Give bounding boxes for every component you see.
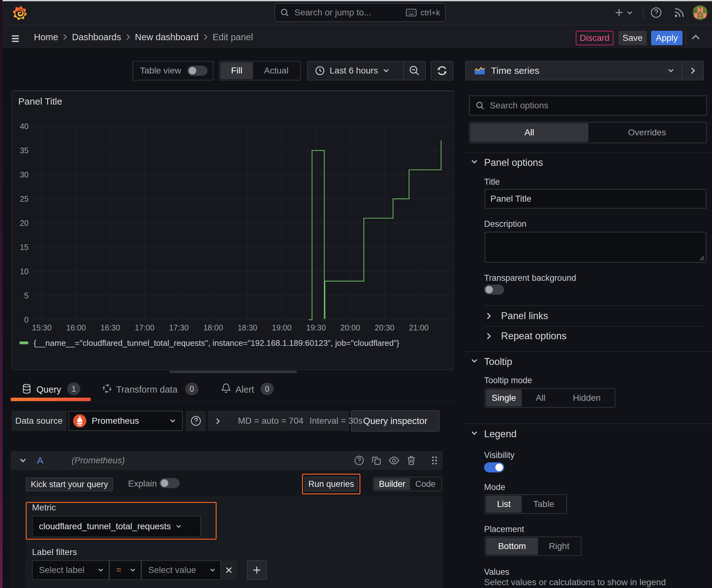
svg-text:20: 20 (20, 218, 28, 227)
svg-text:18:00: 18:00 (203, 323, 223, 332)
svg-text:35: 35 (20, 146, 28, 155)
svg-text:21:00: 21:00 (409, 323, 429, 332)
svg-text:15:30: 15:30 (32, 323, 52, 332)
svg-text:0: 0 (24, 315, 28, 324)
svg-text:30: 30 (20, 170, 28, 179)
svg-text:19:00: 19:00 (272, 323, 292, 332)
svg-text:40: 40 (20, 122, 28, 131)
svg-text:25: 25 (20, 194, 28, 203)
svg-text:19:30: 19:30 (306, 323, 326, 332)
svg-text:20:00: 20:00 (341, 323, 360, 332)
svg-text:16:30: 16:30 (101, 323, 120, 332)
svg-text:16:00: 16:00 (66, 323, 86, 332)
svg-text:{__name__="cloudflared_tunnel_: {__name__="cloudflared_tunnel_total_requ… (34, 338, 399, 348)
svg-text:17:00: 17:00 (135, 323, 154, 332)
svg-text:10: 10 (20, 267, 28, 276)
svg-text:17:30: 17:30 (169, 323, 189, 332)
svg-text:15: 15 (20, 243, 28, 252)
svg-text:20:30: 20:30 (375, 323, 395, 332)
svg-text:5: 5 (24, 291, 28, 300)
svg-text:18:30: 18:30 (238, 323, 257, 332)
